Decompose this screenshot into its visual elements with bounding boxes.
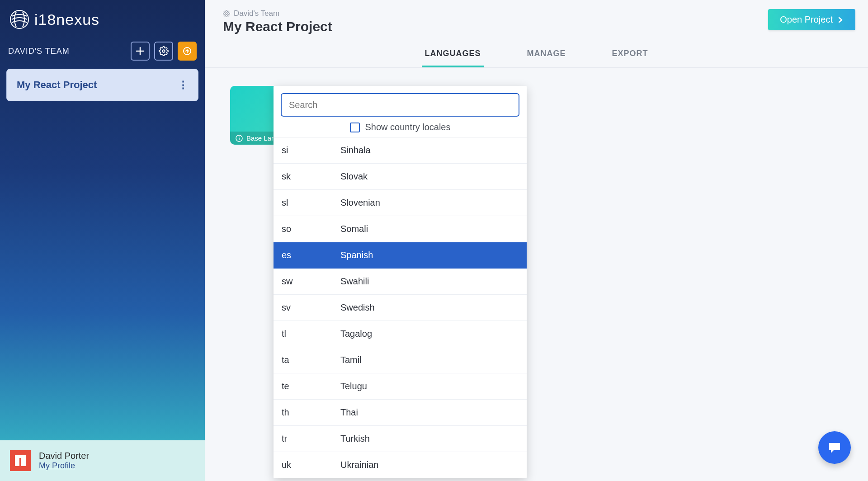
svg-rect-9 (239, 138, 240, 140)
language-option-sw[interactable]: swSwahili (274, 269, 527, 295)
language-name: Sinhala (340, 145, 371, 156)
chat-button[interactable] (818, 431, 851, 464)
language-code: so (282, 224, 340, 234)
user-name: David Porter (39, 451, 89, 461)
project-menu-icon[interactable]: ⋮ (178, 79, 188, 91)
language-code: tl (282, 329, 340, 339)
svg-rect-5 (15, 455, 26, 458)
language-name: Somali (340, 224, 368, 234)
language-name: Telugu (340, 381, 367, 391)
language-name: Tamil (340, 355, 362, 365)
open-project-label: Open Project (780, 14, 833, 25)
language-name: Thai (340, 407, 358, 418)
svg-point-0 (10, 10, 28, 28)
main: David's Team My React Project Open Proje… (205, 0, 868, 481)
language-option-tr[interactable]: trTurkish (274, 426, 527, 452)
tab-languages[interactable]: LANGUAGES (422, 44, 483, 67)
logo-icon (10, 10, 29, 29)
logo-text: i18nexus (34, 11, 99, 28)
language-code: si (282, 145, 340, 156)
project-card[interactable]: My React Project ⋮ (6, 69, 198, 101)
profile-link[interactable]: My Profile (39, 461, 89, 471)
settings-button[interactable] (154, 42, 173, 61)
breadcrumb-team: David's Team (234, 9, 279, 18)
language-code: sv (282, 302, 340, 313)
language-code: te (282, 381, 340, 391)
svg-point-6 (226, 13, 227, 14)
team-row: DAVID'S TEAM (0, 42, 205, 69)
language-code: th (282, 407, 340, 418)
search-input[interactable] (281, 93, 519, 117)
language-option-so[interactable]: soSomali (274, 216, 527, 242)
info-icon (236, 135, 243, 142)
language-option-uk[interactable]: ukUkrainian (274, 452, 527, 478)
open-project-button[interactable]: Open Project (768, 9, 855, 30)
project-card-title: My React Project (17, 79, 97, 91)
language-option-tl[interactable]: tlTagalog (274, 321, 527, 347)
avatar (10, 450, 31, 471)
dropdown-header: Show country locales (274, 86, 527, 137)
tab-manage[interactable]: MANAGE (524, 44, 569, 67)
svg-point-1 (162, 50, 165, 52)
language-name: Swahili (340, 276, 369, 287)
language-name: Ukrainian (340, 460, 378, 470)
user-bar: David Porter My Profile (0, 440, 205, 481)
sidebar: i18nexus DAVID'S TEAM My React Project ⋮… (0, 0, 205, 481)
language-option-es[interactable]: esSpanish (274, 242, 527, 269)
language-name: Swedish (340, 302, 375, 313)
chevron-right-icon (837, 17, 844, 23)
language-code: es (282, 250, 340, 260)
add-project-button[interactable] (131, 42, 150, 61)
breadcrumb[interactable]: David's Team (223, 9, 332, 18)
language-code: tr (282, 434, 340, 444)
tab-export[interactable]: EXPORT (609, 44, 651, 67)
language-name: Spanish (340, 250, 373, 260)
language-dropdown: Show country locales siSinhalaskSlovaksl… (274, 86, 527, 478)
language-name: Turkish (340, 434, 370, 444)
language-name: Slovak (340, 171, 368, 182)
language-code: sk (282, 171, 340, 182)
language-name: Slovenian (340, 198, 380, 208)
language-code: uk (282, 460, 340, 470)
base-language-label: Base Lan (246, 134, 275, 142)
show-locales-label: Show country locales (365, 122, 451, 132)
dropdown-list: siSinhalaskSlovakslSloveniansoSomaliesSp… (274, 137, 527, 478)
language-code: sl (282, 198, 340, 208)
upgrade-button[interactable] (178, 42, 197, 61)
language-option-th[interactable]: thThai (274, 400, 527, 426)
content: Base Lan Show country locales siSinhalas… (205, 68, 868, 104)
show-locales-toggle[interactable]: Show country locales (281, 122, 519, 132)
page-title: My React Project (223, 19, 332, 34)
chat-icon (827, 440, 842, 455)
logo: i18nexus (0, 0, 205, 42)
language-option-si[interactable]: siSinhala (274, 137, 527, 164)
svg-point-8 (239, 137, 240, 137)
language-option-sk[interactable]: skSlovak (274, 164, 527, 190)
language-code: sw (282, 276, 340, 287)
team-name: DAVID'S TEAM (8, 47, 70, 56)
language-name: Tagalog (340, 329, 372, 339)
language-option-te[interactable]: teTelugu (274, 373, 527, 400)
language-code: ta (282, 355, 340, 365)
tabs: LANGUAGES MANAGE EXPORT (205, 34, 868, 68)
checkbox-icon[interactable] (350, 123, 360, 132)
language-option-ta[interactable]: taTamil (274, 347, 527, 373)
language-option-sl[interactable]: slSlovenian (274, 190, 527, 216)
language-option-sv[interactable]: svSwedish (274, 295, 527, 321)
team-actions (131, 42, 197, 61)
topbar: David's Team My React Project Open Proje… (205, 0, 868, 34)
